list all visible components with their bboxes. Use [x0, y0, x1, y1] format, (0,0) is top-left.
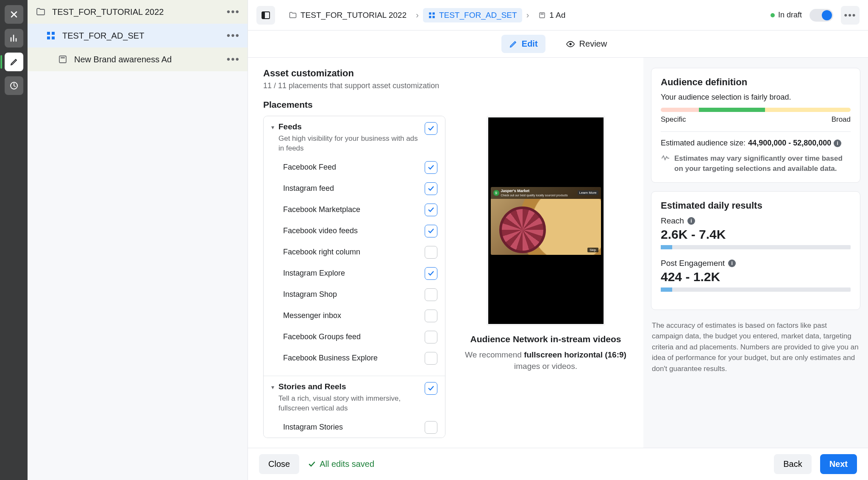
reach-bar: [661, 245, 851, 249]
section-title: Asset customization: [263, 68, 635, 79]
breadcrumb-ad[interactable]: 1 Ad: [533, 8, 570, 22]
placement-item[interactable]: Facebook Groups feed: [271, 327, 437, 348]
chart-icon[interactable]: [5, 29, 23, 47]
results-title: Estimated daily results: [661, 200, 851, 211]
audience-card: Audience definition Your audience select…: [651, 68, 860, 183]
placements-card: ▾ Feeds Get high visibility for your bus…: [263, 116, 445, 438]
breadcrumb-campaign[interactable]: TEST_FOR_TUTORIAL 2022: [284, 8, 412, 22]
tree-adset[interactable]: TEST_FOR_AD_SET •••: [28, 24, 248, 47]
info-icon[interactable]: i: [834, 140, 841, 147]
tree-adset-more[interactable]: •••: [227, 30, 240, 42]
svg-rect-4: [52, 36, 55, 39]
placement-item[interactable]: Instagram Stories: [271, 417, 437, 438]
checkbox-fb-right-column[interactable]: [425, 246, 437, 259]
tree-campaign[interactable]: TEST_FOR_TUTORIAL 2022 •••: [28, 0, 248, 24]
svg-rect-13: [540, 13, 545, 18]
svg-rect-6: [61, 57, 65, 59]
reach-label: Reach: [661, 216, 684, 226]
collapse-sidebar-button[interactable]: [256, 6, 275, 25]
grid-icon: [45, 30, 56, 41]
close-panel-button[interactable]: [5, 5, 23, 24]
gauge-broad-label: Broad: [832, 115, 851, 124]
svg-rect-9: [429, 12, 431, 14]
close-button[interactable]: Close: [259, 454, 299, 474]
info-icon[interactable]: i: [687, 217, 695, 225]
checkbox-feeds-all[interactable]: [425, 122, 437, 135]
history-icon[interactable]: [5, 76, 23, 95]
ad-preview: 9 Jasper's Market Check out our best qua…: [487, 116, 605, 326]
svg-rect-5: [59, 56, 66, 63]
placement-item[interactable]: Instagram Explore: [271, 263, 437, 284]
svg-rect-3: [47, 36, 50, 39]
svg-rect-11: [429, 16, 431, 18]
checkbox-ig-explore[interactable]: [425, 267, 437, 280]
folder-icon: [289, 11, 297, 20]
checkbox-fb-marketplace[interactable]: [425, 204, 437, 216]
chevron-down-icon[interactable]: ▾: [271, 384, 274, 391]
svg-point-15: [569, 43, 572, 45]
info-icon[interactable]: i: [728, 260, 736, 267]
svg-rect-14: [541, 14, 544, 14]
audience-gauge: [661, 108, 851, 112]
preview-title: Audience Network in-stream videos: [470, 334, 621, 344]
placement-item[interactable]: Facebook Business Explore: [271, 348, 437, 369]
checkbox-fb-groups[interactable]: [425, 331, 437, 343]
save-status: All edits saved: [308, 459, 374, 469]
folder-icon: [35, 6, 46, 17]
back-button[interactable]: Back: [774, 454, 811, 474]
section-subtitle: 11 / 11 placements that support asset cu…: [263, 81, 635, 90]
checkbox-fb-biz-explore[interactable]: [425, 352, 437, 365]
tab-review[interactable]: Review: [558, 35, 615, 53]
svg-rect-1: [47, 32, 50, 35]
group-stories-title: Stories and Reels: [278, 382, 421, 391]
svg-rect-8: [262, 12, 265, 19]
breadcrumb-adset[interactable]: TEST_FOR_AD_SET: [423, 8, 522, 22]
placement-item[interactable]: Facebook right column: [271, 242, 437, 263]
chevron-right-icon: ›: [416, 10, 419, 20]
eye-icon: [566, 39, 575, 49]
breadcrumb: TEST_FOR_TUTORIAL 2022 › TEST_FOR_AD_SET…: [284, 8, 570, 22]
ad-icon: [57, 54, 68, 65]
next-button[interactable]: Next: [820, 454, 857, 474]
chevron-right-icon: ›: [526, 10, 529, 20]
placement-item[interactable]: Facebook Feed: [271, 157, 437, 178]
audience-title: Audience definition: [661, 77, 851, 88]
checkbox-messenger-inbox[interactable]: [425, 310, 437, 322]
chevron-down-icon[interactable]: ▾: [271, 124, 274, 131]
group-feeds-desc: Get high visibility for your business wi…: [278, 134, 421, 153]
placement-item[interactable]: Facebook video feeds: [271, 220, 437, 242]
overflow-menu-button[interactable]: •••: [841, 6, 860, 25]
placement-item[interactable]: Facebook Marketplace: [271, 199, 437, 220]
ad-icon: [538, 11, 546, 19]
audience-size: Estimated audience size: 44,900,000 - 52…: [661, 139, 851, 148]
audience-note: Your audience selection is fairly broad.: [661, 93, 851, 102]
preview-hint: We recommend fullscreen horizontal (16:9…: [456, 349, 635, 372]
publish-toggle[interactable]: [810, 9, 833, 22]
activity-icon: [661, 153, 670, 174]
engagement-value: 424 - 1.2K: [661, 270, 851, 284]
check-icon: [308, 460, 316, 469]
edit-nav-icon[interactable]: [5, 53, 23, 71]
svg-rect-10: [432, 12, 434, 14]
placement-item[interactable]: Instagram Shop: [271, 284, 437, 305]
placement-item[interactable]: Messenger inbox: [271, 305, 437, 327]
pencil-icon: [509, 40, 517, 48]
tree-campaign-more[interactable]: •••: [227, 6, 240, 18]
svg-rect-12: [432, 16, 434, 18]
checkbox-ig-shop[interactable]: [425, 288, 437, 301]
status-dot-icon: [771, 13, 775, 17]
checkbox-ig-stories[interactable]: [425, 421, 437, 434]
tree-ad[interactable]: New Brand awareness Ad •••: [28, 47, 248, 71]
tree-campaign-label: TEST_FOR_TUTORIAL 2022: [52, 7, 164, 17]
preview-banner: 9 Jasper's Market Check out our best qua…: [491, 187, 601, 199]
tree-ad-more[interactable]: •••: [227, 53, 240, 65]
checkbox-fb-video-feeds[interactable]: [425, 225, 437, 237]
checkbox-fb-feed[interactable]: [425, 161, 437, 174]
grid-icon: [428, 11, 436, 19]
placement-item[interactable]: Instagram feed: [271, 178, 437, 199]
learn-more-chip: Learn More: [578, 190, 598, 195]
tab-edit[interactable]: Edit: [501, 35, 545, 53]
skip-chip: Skip: [587, 248, 598, 252]
checkbox-ig-feed[interactable]: [425, 182, 437, 195]
checkbox-stories-all[interactable]: [425, 382, 437, 395]
